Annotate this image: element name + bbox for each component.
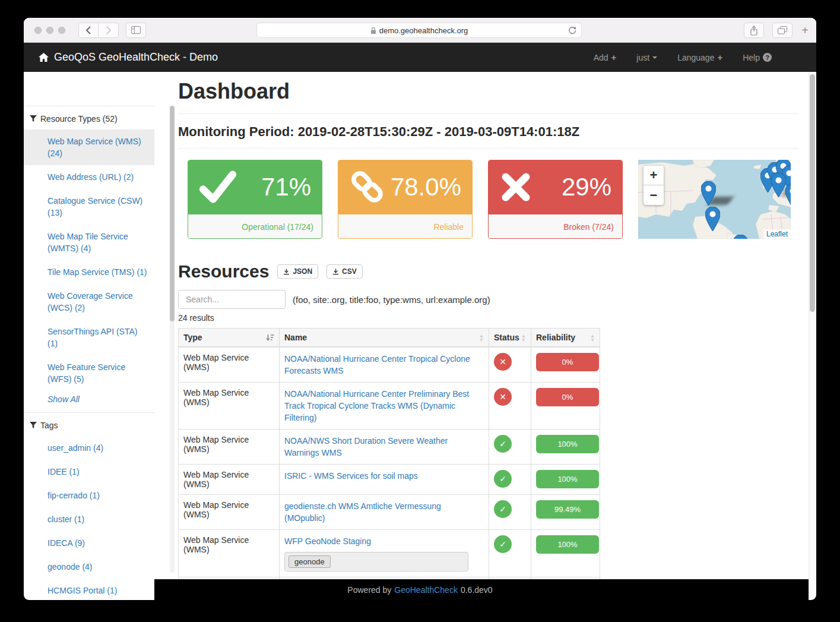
page-scrollbar-thumb[interactable] [810,74,815,312]
brand[interactable]: GeoQoS GeoHealthCheck - Demo [39,51,218,64]
sidebar-item-sta[interactable]: SensorThings API (STA) (1) [24,320,154,355]
reliability-badge[interactable]: 0% [536,388,599,406]
reliability-badge[interactable]: 100% [536,535,599,554]
broken-label: Broken (7/24) [489,214,622,239]
sidebar-item-csw[interactable]: Catalogue Service (CSW) (13) [24,189,154,225]
map-marker[interactable] [705,207,720,231]
reliability-badge[interactable]: 100% [536,435,599,453]
sidebar-tag-cluster[interactable]: cluster (1) [24,507,154,531]
browser-window: demo.geohealthcheck.org + GeoQoS GeoHeal… [24,18,816,600]
search-hint: (foo, site:.org, title:foo, type:wms, ur… [293,295,490,305]
search-input[interactable] [178,290,286,309]
chevron-left-icon [85,26,91,34]
sidebar-tag-ideca[interactable]: IDECA (9) [24,531,154,555]
reliable-panel[interactable]: 78.0% Reliable [338,160,473,239]
footer-prefix: Powered by [347,585,391,595]
reload-button[interactable] [568,26,576,37]
sort-icon: ▲▼ [521,334,526,342]
chevron-down-icon [652,56,657,59]
resource-link[interactable]: WFP GeoNode Staging [284,536,371,546]
plus-icon: + [717,52,722,62]
nav-user-menu[interactable]: just [636,53,657,62]
new-tab-button[interactable]: + [796,20,814,40]
sidebar-item-show-all[interactable]: Show All [24,391,154,412]
url-text: demo.geohealthcheck.org [379,26,468,35]
browser-toolbar: demo.geohealthcheck.org + [24,18,816,43]
back-button[interactable] [78,23,99,38]
table-row: Web Map Service (WMS) NOAA/NWS Short Dur… [179,430,600,465]
tag-chip[interactable]: geonode [289,555,331,568]
sidebar-tag-hcmgis[interactable]: HCMGIS Portal (1) [24,579,154,600]
address-bar[interactable]: demo.geohealthcheck.org [256,23,582,38]
tabs-icon [778,26,787,34]
operational-panel[interactable]: 71% Operational (17/24) [188,160,322,239]
reliability-badge[interactable]: 99.49% [536,500,599,519]
check-icon [199,170,237,204]
map-marker[interactable] [733,235,748,239]
resource-link[interactable]: ISRIC - WMS Services for soil maps [284,471,418,481]
resources-title: Resources [178,261,269,282]
resource-link[interactable]: NOAA/NWS Short Duration Severe Weather W… [284,436,448,457]
reliable-label: Reliable [338,214,472,239]
column-header-name[interactable]: Name▲▼ [280,329,489,348]
map-marker[interactable] [785,184,791,208]
reliability-badge[interactable]: 0% [536,353,599,371]
map-attribution[interactable]: Leaflet [763,229,791,239]
sidebar-toggle-button[interactable] [126,23,146,38]
status-ok-icon[interactable]: ✓ [494,470,512,488]
status-ok-icon[interactable]: ✓ [494,435,512,453]
footer-link[interactable]: GeoHealthCheck [394,585,458,595]
zoom-out-button[interactable]: − [644,185,664,205]
forward-button[interactable] [99,23,119,38]
zoom-in-button[interactable]: + [644,166,664,185]
x-icon [499,171,532,204]
nav-help[interactable]: Help? [743,53,772,62]
sidebar-tag-idee[interactable]: IDEE (1) [24,460,154,484]
download-icon [332,269,339,275]
stats-row: 71% Operational (17/24) 78.0% Reliable 2… [188,160,791,239]
column-header-type[interactable]: Type [179,329,280,348]
nav-language[interactable]: Language+ [677,52,722,62]
sort-icon: ▲▼ [479,334,484,342]
sidebar-item-wfs[interactable]: Web Feature Service (WFS) (5) [24,355,154,391]
column-header-status[interactable]: Status▲▼ [489,329,531,348]
sidebar-item-url[interactable]: Web Address (URL) (2) [24,165,154,189]
sidebar-scrollbar-thumb[interactable] [170,106,175,321]
sidebar-item-wcs[interactable]: Web Coverage Service (WCS) (2) [24,284,154,320]
column-header-reliability[interactable]: Reliability▲▼ [531,329,600,348]
resource-link[interactable]: NOAA/National Hurricane Center Prelimina… [284,389,469,422]
share-button[interactable] [744,23,764,38]
download-json-button[interactable]: JSON [277,264,318,279]
sidebar-item-wmts[interactable]: Web Map Tile Service (WMTS) (4) [24,225,154,260]
download-icon [283,269,290,275]
tab-overview-button[interactable] [772,23,793,38]
broken-panel[interactable]: 29% Broken (7/24) [488,160,623,239]
lock-icon [370,27,376,34]
close-window-icon[interactable] [34,27,42,34]
sort-active-icon [266,333,274,342]
minimize-window-icon[interactable] [46,27,53,34]
sidebar-tag-user-admin[interactable]: user_admin (4) [24,436,154,460]
monitoring-period: Monitoring Period: 2019-02-28T15:30:29Z … [178,124,798,140]
status-ok-icon[interactable]: ✓ [494,500,512,518]
resource-link[interactable]: NOAA/National Hurricane Center Tropical … [284,354,470,375]
reliability-badge[interactable]: 100% [536,470,599,488]
sidebar: Resource Types (52) Web Map Service (WMS… [24,72,154,600]
zoom-window-icon[interactable] [58,27,65,34]
sidebar-tag-fip-cerrado[interactable]: fip-cerrado (1) [24,484,154,507]
status-broken-icon[interactable]: ✕ [494,353,512,371]
sidebar-item-wms[interactable]: Web Map Service (WMS) (24) [24,130,154,165]
status-ok-icon[interactable]: ✓ [494,535,512,553]
sidebar-item-tms[interactable]: Tile Map Service (TMS) (1) [24,260,154,284]
resource-map[interactable]: + − Leaflet [638,160,791,239]
map-marker[interactable] [701,181,716,206]
map-marker[interactable] [771,173,786,197]
plus-icon: + [611,52,617,62]
link-icon [349,169,386,206]
sidebar-tag-geonode[interactable]: geonode (4) [24,555,154,579]
resource-link[interactable]: geodienste.ch WMS Amtliche Vermessung (M… [284,501,441,523]
table-row: Web Map Service (WMS) WFP GeoNode Stagin… [179,530,600,577]
nav-add[interactable]: Add+ [594,52,617,62]
download-csv-button[interactable]: CSV [327,264,363,279]
status-broken-icon[interactable]: ✕ [494,388,512,406]
